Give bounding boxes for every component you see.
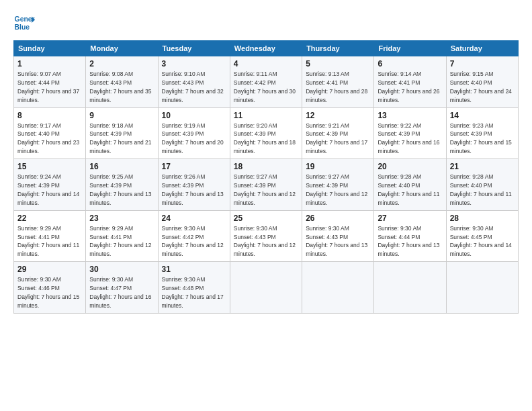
col-header-friday: Friday	[374, 41, 446, 56]
day-number: 8	[17, 111, 82, 120]
day-cell: 25Sunrise: 9:30 AMSunset: 4:43 PMDayligh…	[230, 210, 302, 262]
day-cell: 20Sunrise: 9:28 AMSunset: 4:40 PMDayligh…	[374, 159, 446, 211]
day-cell: 21Sunrise: 9:28 AMSunset: 4:40 PMDayligh…	[446, 159, 518, 211]
day-number: 4	[234, 59, 298, 68]
day-cell: 23Sunrise: 9:29 AMSunset: 4:41 PMDayligh…	[86, 210, 158, 262]
svg-text:Blue: Blue	[15, 24, 30, 31]
day-detail: Sunrise: 9:30 AMSunset: 4:48 PMDaylight:…	[162, 276, 224, 309]
day-number: 28	[450, 214, 515, 223]
week-row-5: 29Sunrise: 9:30 AMSunset: 4:46 PMDayligh…	[14, 262, 519, 314]
logo: General Blue	[13, 12, 35, 34]
week-row-1: 1Sunrise: 9:07 AMSunset: 4:44 PMDaylight…	[14, 56, 519, 108]
day-detail: Sunrise: 9:08 AMSunset: 4:43 PMDaylight:…	[89, 71, 151, 103]
day-number: 31	[162, 265, 226, 274]
day-detail: Sunrise: 9:30 AMSunset: 4:47 PMDaylight:…	[89, 276, 151, 309]
day-number: 22	[17, 214, 82, 223]
day-cell	[302, 262, 374, 314]
col-header-monday: Monday	[86, 41, 158, 56]
day-number: 23	[89, 214, 154, 223]
day-detail: Sunrise: 9:18 AMSunset: 4:39 PMDaylight:…	[89, 122, 151, 155]
day-number: 24	[162, 214, 226, 223]
day-detail: Sunrise: 9:29 AMSunset: 4:41 PMDaylight:…	[17, 225, 79, 258]
col-header-saturday: Saturday	[446, 41, 518, 56]
day-cell: 29Sunrise: 9:30 AMSunset: 4:46 PMDayligh…	[14, 262, 86, 314]
day-number: 19	[306, 162, 370, 171]
day-number: 21	[450, 162, 515, 171]
day-number: 3	[162, 59, 226, 68]
day-number: 7	[450, 59, 515, 68]
week-row-2: 8Sunrise: 9:17 AMSunset: 4:40 PMDaylight…	[14, 107, 519, 159]
day-cell: 3Sunrise: 9:10 AMSunset: 4:43 PMDaylight…	[158, 56, 230, 108]
page: General Blue SundayMondayTuesdayWednesda…	[0, 0, 532, 411]
day-number: 29	[17, 265, 82, 274]
day-cell: 28Sunrise: 9:30 AMSunset: 4:45 PMDayligh…	[446, 210, 518, 262]
day-cell: 14Sunrise: 9:23 AMSunset: 4:39 PMDayligh…	[446, 107, 518, 159]
day-detail: Sunrise: 9:28 AMSunset: 4:40 PMDaylight:…	[450, 173, 512, 206]
col-header-tuesday: Tuesday	[158, 41, 230, 56]
day-number: 30	[89, 265, 154, 274]
day-cell: 2Sunrise: 9:08 AMSunset: 4:43 PMDaylight…	[86, 56, 158, 108]
day-cell	[374, 262, 446, 314]
day-cell: 7Sunrise: 9:15 AMSunset: 4:40 PMDaylight…	[446, 56, 518, 108]
day-cell: 30Sunrise: 9:30 AMSunset: 4:47 PMDayligh…	[86, 262, 158, 314]
day-detail: Sunrise: 9:30 AMSunset: 4:44 PMDaylight:…	[378, 225, 439, 258]
day-detail: Sunrise: 9:14 AMSunset: 4:41 PMDaylight:…	[378, 71, 439, 103]
header: General Blue	[13, 12, 519, 34]
day-number: 18	[234, 162, 298, 171]
day-cell: 10Sunrise: 9:19 AMSunset: 4:39 PMDayligh…	[158, 107, 230, 159]
day-cell: 24Sunrise: 9:30 AMSunset: 4:42 PMDayligh…	[158, 210, 230, 262]
day-detail: Sunrise: 9:10 AMSunset: 4:43 PMDaylight:…	[162, 71, 224, 103]
day-number: 10	[162, 111, 226, 120]
day-detail: Sunrise: 9:13 AMSunset: 4:41 PMDaylight:…	[306, 71, 367, 103]
day-number: 1	[17, 59, 82, 68]
day-number: 27	[378, 214, 442, 223]
day-cell: 11Sunrise: 9:20 AMSunset: 4:39 PMDayligh…	[230, 107, 302, 159]
day-detail: Sunrise: 9:30 AMSunset: 4:43 PMDaylight:…	[306, 225, 367, 258]
day-cell: 1Sunrise: 9:07 AMSunset: 4:44 PMDaylight…	[14, 56, 86, 108]
calendar-table: SundayMondayTuesdayWednesdayThursdayFrid…	[13, 40, 519, 314]
col-header-wednesday: Wednesday	[230, 41, 302, 56]
day-cell: 9Sunrise: 9:18 AMSunset: 4:39 PMDaylight…	[86, 107, 158, 159]
day-detail: Sunrise: 9:24 AMSunset: 4:39 PMDaylight:…	[17, 173, 79, 206]
day-cell: 15Sunrise: 9:24 AMSunset: 4:39 PMDayligh…	[14, 159, 86, 211]
day-detail: Sunrise: 9:27 AMSunset: 4:39 PMDaylight:…	[306, 173, 367, 206]
day-cell: 13Sunrise: 9:22 AMSunset: 4:39 PMDayligh…	[374, 107, 446, 159]
day-number: 11	[234, 111, 298, 120]
day-detail: Sunrise: 9:20 AMSunset: 4:39 PMDaylight:…	[234, 122, 296, 155]
day-detail: Sunrise: 9:30 AMSunset: 4:43 PMDaylight:…	[234, 225, 296, 258]
day-number: 25	[234, 214, 298, 223]
day-number: 2	[89, 59, 154, 68]
day-detail: Sunrise: 9:27 AMSunset: 4:39 PMDaylight:…	[234, 173, 296, 206]
day-number: 20	[378, 162, 442, 171]
day-detail: Sunrise: 9:19 AMSunset: 4:39 PMDaylight:…	[162, 122, 224, 155]
day-cell: 26Sunrise: 9:30 AMSunset: 4:43 PMDayligh…	[302, 210, 374, 262]
logo-icon: General Blue	[13, 12, 35, 34]
day-cell: 6Sunrise: 9:14 AMSunset: 4:41 PMDaylight…	[374, 56, 446, 108]
day-detail: Sunrise: 9:22 AMSunset: 4:39 PMDaylight:…	[378, 122, 439, 155]
day-cell: 22Sunrise: 9:29 AMSunset: 4:41 PMDayligh…	[14, 210, 86, 262]
day-number: 12	[306, 111, 370, 120]
day-detail: Sunrise: 9:23 AMSunset: 4:39 PMDaylight:…	[450, 122, 512, 155]
day-detail: Sunrise: 9:26 AMSunset: 4:39 PMDaylight:…	[162, 173, 224, 206]
day-detail: Sunrise: 9:15 AMSunset: 4:40 PMDaylight:…	[450, 71, 512, 103]
day-cell	[230, 262, 302, 314]
day-detail: Sunrise: 9:25 AMSunset: 4:39 PMDaylight:…	[89, 173, 151, 206]
week-row-3: 15Sunrise: 9:24 AMSunset: 4:39 PMDayligh…	[14, 159, 519, 211]
day-number: 9	[89, 111, 154, 120]
day-detail: Sunrise: 9:30 AMSunset: 4:46 PMDaylight:…	[17, 276, 79, 309]
col-header-sunday: Sunday	[14, 41, 86, 56]
day-number: 26	[306, 214, 370, 223]
day-detail: Sunrise: 9:07 AMSunset: 4:44 PMDaylight:…	[17, 71, 79, 103]
day-detail: Sunrise: 9:30 AMSunset: 4:42 PMDaylight:…	[162, 225, 224, 258]
day-cell: 18Sunrise: 9:27 AMSunset: 4:39 PMDayligh…	[230, 159, 302, 211]
day-number: 6	[378, 59, 442, 68]
day-detail: Sunrise: 9:28 AMSunset: 4:40 PMDaylight:…	[378, 173, 439, 206]
day-cell: 27Sunrise: 9:30 AMSunset: 4:44 PMDayligh…	[374, 210, 446, 262]
day-detail: Sunrise: 9:11 AMSunset: 4:42 PMDaylight:…	[234, 71, 296, 103]
day-cell: 17Sunrise: 9:26 AMSunset: 4:39 PMDayligh…	[158, 159, 230, 211]
day-cell: 5Sunrise: 9:13 AMSunset: 4:41 PMDaylight…	[302, 56, 374, 108]
day-cell: 16Sunrise: 9:25 AMSunset: 4:39 PMDayligh…	[86, 159, 158, 211]
day-detail: Sunrise: 9:17 AMSunset: 4:40 PMDaylight:…	[17, 122, 79, 155]
day-detail: Sunrise: 9:21 AMSunset: 4:39 PMDaylight:…	[306, 122, 367, 155]
day-cell	[446, 262, 518, 314]
